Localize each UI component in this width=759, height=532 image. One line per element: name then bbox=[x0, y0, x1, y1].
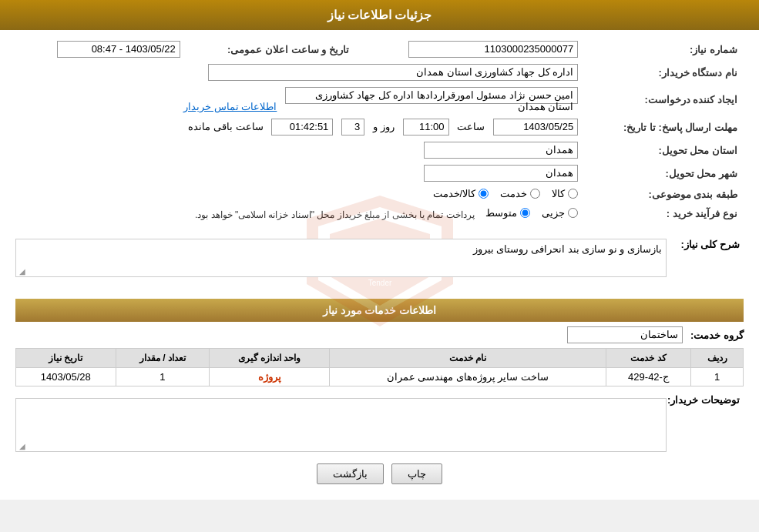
creator-label: ایجاد کننده درخواست: bbox=[584, 84, 744, 115]
cell-row-num: 1 bbox=[691, 368, 744, 386]
print-button[interactable]: چاپ bbox=[391, 463, 442, 484]
col-header-date: تاریخ نیاز bbox=[16, 349, 116, 368]
category-label-both: کالا/خدمت bbox=[433, 188, 476, 199]
category-option-kala[interactable]: کالا bbox=[552, 188, 578, 199]
deadline-days: 3 bbox=[341, 119, 364, 136]
table-row: ایجاد کننده درخواست: امین حسن نژاد مسئول… bbox=[15, 84, 744, 115]
services-title: اطلاعات خدمات مورد نیاز bbox=[323, 304, 437, 316]
purchase-note: پرداخت تمام یا بخشی از مبلغ خریداز محل "… bbox=[195, 209, 475, 220]
col-header-qty: تعداد / مقدار bbox=[116, 349, 210, 368]
purchase-option-motevaset[interactable]: متوسط bbox=[485, 207, 530, 219]
description-box: بازسازی و نو سازی بند انحرافی روستای بیر… bbox=[15, 239, 667, 277]
info-table: شماره نیاز: 1103000235000077 تاریخ و ساع… bbox=[15, 38, 744, 223]
deadline-date: 1403/05/25 bbox=[493, 119, 578, 136]
svg-text:Tender: Tender bbox=[368, 279, 391, 287]
purchase-radio-jozii[interactable] bbox=[568, 208, 578, 218]
col-header-row: ردیف bbox=[691, 349, 744, 368]
services-table-container: ردیف کد خدمت نام خدمت واحد اندازه گیری ت… bbox=[15, 348, 744, 386]
buyer-value: اداره کل جهاد کشاورزی استان همدان bbox=[208, 64, 578, 81]
cell-code: ج-42-429 bbox=[606, 368, 690, 386]
creator-link[interactable]: اطلاعات تماس خریدار bbox=[183, 101, 277, 112]
purchase-type-label: نوع فرآیند خرید : bbox=[584, 204, 744, 223]
services-group-value: ساختمان bbox=[567, 326, 683, 343]
table-row: طبقه بندی موضوعی: کالا خدمت bbox=[15, 185, 744, 204]
announce-value: 1403/05/22 - 08:47 bbox=[57, 41, 180, 58]
category-option-both[interactable]: کالا/خدمت bbox=[433, 188, 489, 199]
creator-value: امین حسن نژاد مسئول امورقراردادها اداره … bbox=[285, 87, 578, 104]
page-header: جزئیات اطلاعات نیاز bbox=[0, 0, 759, 30]
services-group-label: گروه خدمت: bbox=[690, 330, 744, 341]
services-section-header: اطلاعات خدمات مورد نیاز bbox=[15, 299, 744, 322]
deadline-remaining: 01:42:51 bbox=[271, 119, 333, 136]
category-label-kala: کالا bbox=[552, 188, 565, 199]
table-row: نوع فرآیند خرید : جزیی متوسط پرداخ bbox=[15, 204, 744, 223]
buyer-desc-label: توضیحات خریدار: bbox=[667, 394, 744, 406]
deadline-time-label: ساعت bbox=[457, 121, 485, 132]
need-number-value: 1103000235000077 bbox=[408, 41, 578, 58]
category-label: طبقه بندی موضوعی: bbox=[584, 185, 744, 204]
content-area: شماره نیاز: 1103000235000077 تاریخ و ساع… bbox=[0, 30, 759, 500]
category-radio-group: کالا خدمت کالا/خدمت bbox=[433, 188, 579, 199]
table-row: مهلت ارسال پاسخ: تا تاریخ: 1403/05/25 سا… bbox=[15, 115, 744, 139]
services-table-head: ردیف کد خدمت نام خدمت واحد اندازه گیری ت… bbox=[16, 349, 744, 368]
page-title: جزئیات اطلاعات نیاز bbox=[327, 8, 432, 22]
table-row: شهر محل تحویل: همدان bbox=[15, 162, 744, 185]
province-label: استان محل تحویل: bbox=[584, 139, 744, 162]
cell-name: ساخت سایر پروژه‌های مهندسی عمران bbox=[329, 368, 606, 386]
deadline-remaining-label: ساعت باقی مانده bbox=[188, 121, 263, 132]
purchase-option-jozii[interactable]: جزیی bbox=[542, 207, 578, 219]
table-row: نام دستگاه خریدار: اداره کل جهاد کشاورزی… bbox=[15, 61, 744, 84]
col-header-name: نام خدمت bbox=[329, 349, 606, 368]
description-content: بازسازی و نو سازی بند انحرافی روستای بیر… bbox=[473, 243, 662, 255]
cell-unit: پروژه bbox=[210, 368, 330, 386]
category-radio-kala[interactable] bbox=[568, 189, 578, 199]
province-value: همدان bbox=[424, 142, 578, 159]
buyer-label: نام دستگاه خریدار: bbox=[584, 61, 744, 84]
services-table: ردیف کد خدمت نام خدمت واحد اندازه گیری ت… bbox=[15, 348, 744, 386]
announce-label: تاریخ و ساعت اعلان عمومی: bbox=[186, 38, 355, 61]
col-header-code: کد خدمت bbox=[606, 349, 690, 368]
deadline-time: 11:00 bbox=[403, 119, 449, 136]
buyer-desc-row: توضیحات خریدار: ◢ bbox=[15, 394, 744, 452]
category-label-khedmat: خدمت bbox=[500, 188, 527, 199]
table-row: شماره نیاز: 1103000235000077 تاریخ و ساع… bbox=[15, 38, 744, 61]
purchase-radio-motevaset[interactable] bbox=[520, 208, 530, 218]
category-radio-khedmat[interactable] bbox=[530, 189, 540, 199]
resize-handle: ◢ bbox=[18, 267, 25, 275]
deadline-days-label: روز و bbox=[373, 121, 395, 132]
table-row: استان محل تحویل: همدان bbox=[15, 139, 744, 162]
description-section: Ana Tender شرح کلی نیاز: بازسازی و نو سا… bbox=[15, 231, 744, 291]
description-label: شرح کلی نیاز: bbox=[667, 239, 744, 250]
button-row: چاپ بازگشت bbox=[15, 463, 744, 484]
buyer-desc-box: ◢ bbox=[15, 398, 667, 452]
back-button[interactable]: بازگشت bbox=[317, 463, 384, 484]
category-option-khedmat[interactable]: خدمت bbox=[500, 188, 540, 199]
resize-handle-2: ◢ bbox=[18, 442, 25, 450]
page-wrapper: جزئیات اطلاعات نیاز شماره نیاز: 11030002… bbox=[0, 0, 759, 500]
col-header-unit: واحد اندازه گیری bbox=[210, 349, 330, 368]
deadline-label: مهلت ارسال پاسخ: تا تاریخ: bbox=[584, 115, 744, 139]
cell-qty: 1 bbox=[116, 368, 210, 386]
services-group-row: گروه خدمت: ساختمان bbox=[15, 326, 744, 343]
purchase-label-motevaset: متوسط bbox=[485, 207, 517, 219]
cell-date: 1403/05/28 bbox=[16, 368, 116, 386]
services-table-body: 1 ج-42-429 ساخت سایر پروژه‌های مهندسی عم… bbox=[16, 368, 744, 386]
city-label: شهر محل تحویل: bbox=[584, 162, 744, 185]
table-row: 1 ج-42-429 ساخت سایر پروژه‌های مهندسی عم… bbox=[16, 368, 744, 386]
purchase-label-jozii: جزیی bbox=[542, 207, 565, 219]
description-row: شرح کلی نیاز: بازسازی و نو سازی بند انحر… bbox=[15, 239, 744, 277]
table-header-row: ردیف کد خدمت نام خدمت واحد اندازه گیری ت… bbox=[16, 349, 744, 368]
city-value: همدان bbox=[424, 165, 578, 182]
purchase-radio-group: جزیی متوسط bbox=[485, 207, 578, 219]
category-radio-both[interactable] bbox=[479, 189, 489, 199]
need-number-label: شماره نیاز: bbox=[584, 38, 744, 61]
